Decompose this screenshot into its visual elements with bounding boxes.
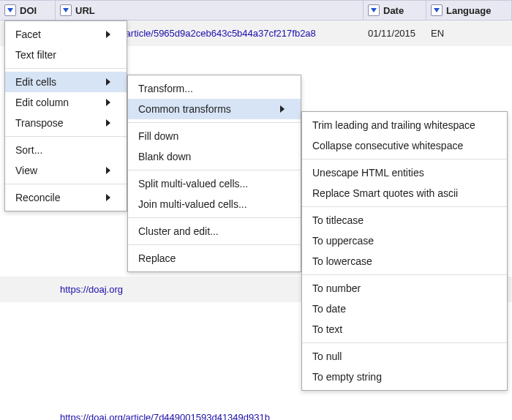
menu-label: To empty string <box>312 371 382 383</box>
menu-label: Split multi-valued cells... <box>138 178 248 190</box>
svg-marker-1 <box>63 8 69 12</box>
menu-item-view[interactable]: View <box>5 160 127 181</box>
menu-item-to-lowercase[interactable]: To lowercase <box>302 251 507 271</box>
menu-item-to-null[interactable]: To null <box>302 346 507 367</box>
column-header-date[interactable]: Date <box>364 1 426 20</box>
menu-item-text-filter[interactable]: Text filter <box>5 45 127 65</box>
menu-item-split-cells[interactable]: Split multi-valued cells... <box>128 173 301 194</box>
svg-marker-2 <box>371 8 377 12</box>
dropdown-icon[interactable] <box>4 4 16 16</box>
menu-label: Text filter <box>15 49 56 61</box>
column-menu: Facet Text filter Edit cells Edit column… <box>4 20 127 211</box>
menu-label: Fill down <box>138 130 178 142</box>
column-label: Date <box>383 5 404 16</box>
menu-label: Cluster and edit... <box>138 225 219 237</box>
menu-item-collapse-whitespace[interactable]: Collapse consecutive whitespace <box>302 135 507 156</box>
menu-separator <box>302 206 507 207</box>
menu-label: To text <box>312 323 342 335</box>
cell-language: EN <box>426 28 512 39</box>
svg-marker-3 <box>434 8 440 12</box>
column-header-language[interactable]: Language <box>426 1 512 20</box>
column-label: Language <box>446 5 491 16</box>
column-header-doi[interactable]: DOI <box>0 1 56 20</box>
common-transforms-submenu: Trim leading and trailing whitespace Col… <box>301 111 508 391</box>
menu-item-blank-down[interactable]: Blank down <box>128 146 301 167</box>
menu-item-join-cells[interactable]: Join multi-valued cells... <box>128 194 301 214</box>
dropdown-icon[interactable] <box>431 4 443 16</box>
menu-label: To null <box>312 350 342 362</box>
menu-item-common-transforms[interactable]: Common transforms <box>128 99 301 119</box>
menu-item-to-text[interactable]: To text <box>302 319 507 340</box>
menu-item-facet[interactable]: Facet <box>5 24 127 45</box>
menu-label: To uppercase <box>312 235 374 247</box>
table-row[interactable]: https://doaj.org/article/7d449001593d413… <box>0 405 512 420</box>
chevron-right-icon <box>106 31 110 38</box>
menu-separator <box>128 217 301 218</box>
menu-separator <box>5 184 127 184</box>
column-header-url[interactable]: URL <box>56 1 364 20</box>
chevron-right-icon <box>106 119 110 127</box>
cell-url[interactable]: https://doaj.org/article/7d449001593d413… <box>56 412 364 420</box>
dropdown-icon[interactable] <box>368 4 380 16</box>
chevron-right-icon <box>106 194 110 201</box>
menu-label: Sort... <box>15 144 42 156</box>
menu-item-edit-column[interactable]: Edit column <box>5 92 127 113</box>
menu-item-cluster-edit[interactable]: Cluster and edit... <box>128 221 301 241</box>
menu-label: Replace <box>138 252 176 264</box>
menu-label: View <box>15 165 37 176</box>
menu-separator <box>302 274 507 275</box>
menu-item-to-empty-string[interactable]: To empty string <box>302 367 507 387</box>
menu-item-to-titlecase[interactable]: To titlecase <box>302 210 507 230</box>
chevron-right-icon <box>106 78 110 86</box>
menu-separator <box>128 244 301 245</box>
dropdown-icon[interactable] <box>60 4 72 16</box>
menu-item-sort[interactable]: Sort... <box>5 140 127 160</box>
menu-label: Edit cells <box>15 76 56 88</box>
menu-separator <box>128 122 301 123</box>
menu-separator <box>5 68 127 69</box>
menu-label: Unescape HTML entities <box>312 167 424 179</box>
menu-separator <box>302 342 507 343</box>
menu-label: Facet <box>15 29 41 40</box>
menu-label: Collapse consecutive whitespace <box>312 140 463 151</box>
chevron-right-icon <box>106 99 110 106</box>
menu-item-trim-whitespace[interactable]: Trim leading and trailing whitespace <box>302 115 507 135</box>
menu-separator <box>302 159 507 160</box>
menu-label: Blank down <box>138 151 191 162</box>
edit-cells-submenu: Transform... Common transforms Fill down… <box>127 75 301 272</box>
menu-label: Reconcile <box>15 192 60 203</box>
menu-item-fill-down[interactable]: Fill down <box>128 126 301 146</box>
menu-item-to-uppercase[interactable]: To uppercase <box>302 230 507 251</box>
svg-marker-0 <box>7 8 13 12</box>
chevron-right-icon <box>280 105 285 113</box>
menu-label: Join multi-valued cells... <box>138 198 247 210</box>
menu-label: To date <box>312 303 346 315</box>
chevron-right-icon <box>106 167 110 174</box>
menu-label: Transpose <box>15 117 64 129</box>
column-label: DOI <box>20 5 37 16</box>
menu-label: Replace Smart quotes with ascii <box>312 187 458 199</box>
menu-item-reconcile[interactable]: Reconcile <box>5 187 127 208</box>
menu-separator <box>128 170 301 170</box>
column-label: URL <box>75 5 95 16</box>
menu-item-replace-smart-quotes[interactable]: Replace Smart quotes with ascii <box>302 183 507 203</box>
menu-separator <box>5 136 127 137</box>
menu-label: To lowercase <box>312 255 372 267</box>
menu-item-edit-cells[interactable]: Edit cells <box>5 72 127 92</box>
menu-item-to-date[interactable]: To date <box>302 299 507 319</box>
menu-label: Trim leading and trailing whitespace <box>312 119 475 131</box>
menu-label: Transform... <box>138 83 193 94</box>
menu-item-unescape-html[interactable]: Unescape HTML entities <box>302 162 507 183</box>
menu-label: To titlecase <box>312 214 364 226</box>
cell-date: 01/11/2015 <box>364 28 426 39</box>
menu-label: Edit column <box>15 97 69 108</box>
menu-label: To number <box>312 282 361 294</box>
menu-item-transform[interactable]: Transform... <box>128 78 301 99</box>
table-header: DOI URL Date Language <box>0 0 512 20</box>
menu-item-replace[interactable]: Replace <box>128 248 301 269</box>
menu-item-to-number[interactable]: To number <box>302 278 507 299</box>
menu-label: Common transforms <box>138 103 231 115</box>
menu-item-transpose[interactable]: Transpose <box>5 113 127 133</box>
